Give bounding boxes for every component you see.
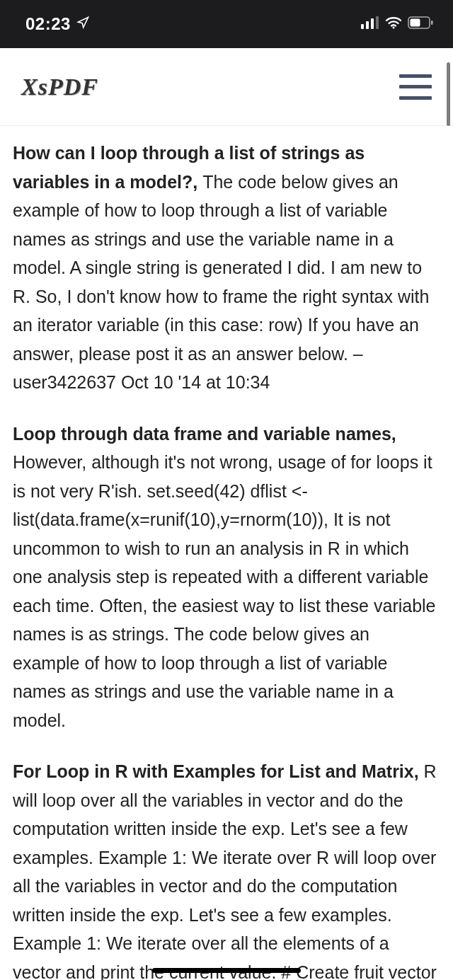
- article-content: How can I loop through a list of strings…: [0, 126, 453, 980]
- menu-icon[interactable]: [399, 74, 432, 100]
- wifi-icon: [385, 16, 402, 32]
- svg-rect-8: [411, 19, 420, 27]
- paragraph: Loop through data frame and variable nam…: [13, 420, 440, 735]
- svg-marker-0: [78, 18, 88, 28]
- nav-bar: XsPDF: [0, 48, 453, 126]
- para-title: Loop through data frame and variable nam…: [13, 424, 396, 444]
- svg-rect-7: [431, 21, 433, 25]
- site-logo[interactable]: XsPDF: [21, 74, 98, 100]
- cellular-icon: [361, 16, 379, 32]
- svg-rect-3: [371, 18, 374, 29]
- paragraph: How can I loop through a list of strings…: [13, 139, 440, 397]
- svg-rect-1: [361, 24, 364, 29]
- home-indicator[interactable]: [152, 968, 301, 973]
- para-body: The code below gives an example of how t…: [13, 172, 429, 393]
- status-right: [361, 16, 433, 32]
- para-title: For Loop in R with Examples for List and…: [13, 761, 424, 781]
- svg-rect-4: [376, 16, 379, 29]
- status-time: 02:23: [25, 14, 71, 34]
- para-body: However, although it's not wrong, usage …: [13, 452, 436, 730]
- battery-icon: [408, 16, 433, 32]
- status-left: 02:23: [25, 14, 89, 34]
- paragraph: For Loop in R with Examples for List and…: [13, 757, 440, 980]
- status-bar: 02:23: [0, 0, 453, 48]
- location-icon: [76, 16, 89, 32]
- svg-rect-2: [366, 21, 369, 29]
- para-body: R will loop over all the variables in ve…: [13, 761, 437, 980]
- scroll-indicator: [447, 62, 450, 126]
- svg-point-5: [393, 27, 395, 29]
